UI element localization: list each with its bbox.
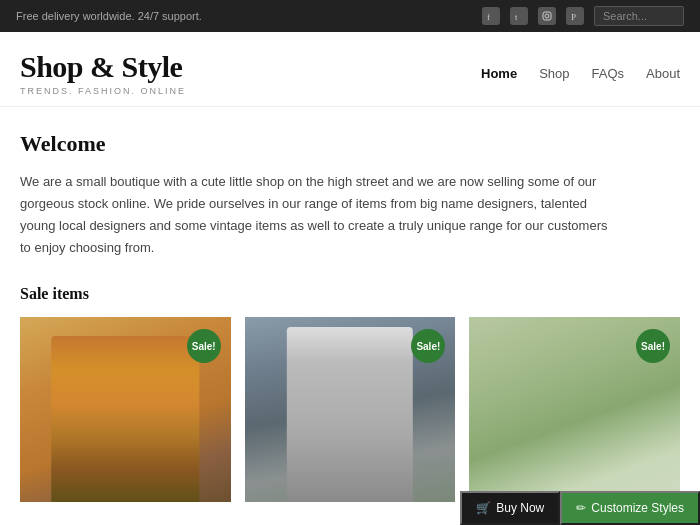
svg-rect-2	[543, 12, 551, 20]
instagram-icon[interactable]	[538, 7, 556, 25]
twitter-icon[interactable]: t	[510, 7, 528, 25]
sale-item-2[interactable]: Sale!	[245, 317, 456, 502]
sale-item-1[interactable]: Sale!	[20, 317, 231, 502]
facebook-icon[interactable]: f	[482, 7, 500, 25]
content: Welcome We are a small boutique with a c…	[0, 107, 700, 275]
customize-label: Customize Styles	[591, 501, 684, 515]
customize-icon: ✏	[576, 501, 586, 515]
sale-badge-1: Sale!	[187, 329, 221, 363]
site-tagline: TRENDS. FASHION. ONLINE	[20, 86, 186, 96]
nav-home[interactable]: Home	[481, 66, 517, 81]
top-announcement: Free delivery worldwide. 24/7 support.	[16, 10, 202, 22]
welcome-text: We are a small boutique with a cute litt…	[20, 171, 620, 259]
nav-faqs[interactable]: FAQs	[592, 66, 625, 81]
main-nav: Home Shop FAQs About	[481, 66, 680, 81]
customize-button[interactable]: ✏ Customize Styles	[560, 491, 700, 518]
sale-heading: Sale items	[20, 285, 680, 303]
welcome-heading: Welcome	[20, 131, 680, 157]
svg-text:f: f	[487, 12, 490, 21]
nav-shop[interactable]: Shop	[539, 66, 569, 81]
search-input[interactable]	[594, 6, 684, 26]
cart-icon: 🛒	[476, 501, 491, 515]
top-bar-right: f t P	[482, 6, 684, 26]
site-title: Shop & Style	[20, 50, 186, 84]
svg-text:t: t	[515, 13, 518, 21]
svg-text:P: P	[571, 12, 576, 21]
sale-grid: Sale! Sale! Sale!	[20, 317, 680, 502]
buy-now-button[interactable]: 🛒 Buy Now	[460, 491, 560, 518]
top-bar: Free delivery worldwide. 24/7 support. f…	[0, 0, 700, 32]
nav-about[interactable]: About	[646, 66, 680, 81]
sale-badge-2: Sale!	[411, 329, 445, 363]
pinterest-icon[interactable]: P	[566, 7, 584, 25]
logo-area: Shop & Style TRENDS. FASHION. ONLINE	[20, 50, 186, 96]
sale-item-3[interactable]: Sale!	[469, 317, 680, 502]
bottom-bar: 🛒 Buy Now ✏ Customize Styles	[460, 491, 700, 518]
svg-point-3	[545, 14, 549, 18]
sale-badge-3: Sale!	[636, 329, 670, 363]
buy-now-label: Buy Now	[496, 501, 544, 515]
header: Shop & Style TRENDS. FASHION. ONLINE Hom…	[0, 32, 700, 107]
sale-section: Sale items Sale! Sale! Sale!	[0, 275, 700, 518]
